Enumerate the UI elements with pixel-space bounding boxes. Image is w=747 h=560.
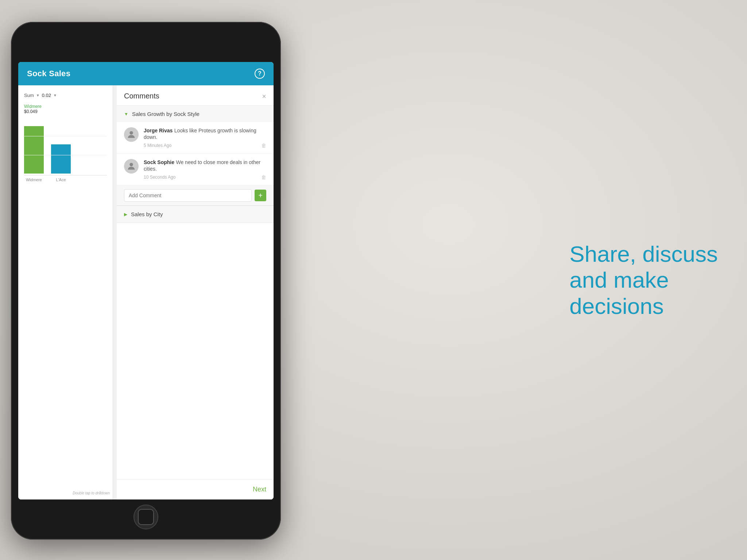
comment-item-2: Sock Sophie We need to close more deals … xyxy=(117,154,274,186)
avatar-figure-jorge xyxy=(124,127,139,142)
comment-item-1: Jorge Rivas Looks like Proteus growth is… xyxy=(117,122,274,154)
chart-legend: Widmere $0.049 xyxy=(24,104,107,114)
comment-author-2: Sock Sophie xyxy=(144,159,174,165)
avatar-sophie xyxy=(124,159,139,174)
section-sales-city-header[interactable]: ▶ Sales by City xyxy=(117,206,274,223)
chart-sum-down-arrow: ▼ xyxy=(36,93,40,97)
comment-meta-2: 10 Seconds Ago 🗑 xyxy=(144,174,266,180)
comments-header: Comments × xyxy=(117,85,274,106)
promo-line2: and make xyxy=(569,267,718,293)
delete-icon-1[interactable]: 🗑 xyxy=(261,143,266,148)
section-sales-city-title: Sales by City xyxy=(131,211,163,217)
bar-blue xyxy=(51,144,71,174)
comment-meta-1: 5 Minutes Ago 🗑 xyxy=(144,143,266,148)
svg-point-1 xyxy=(129,163,133,166)
chart-x-labels: Widmere L'Ace xyxy=(24,178,107,182)
comment-author-1: Jorge Rivas xyxy=(144,128,173,133)
promo-text: Share, discuss and make decisions xyxy=(569,241,718,319)
chart-sum-down-arrow2: ▼ xyxy=(53,93,57,97)
add-comment-button[interactable]: + xyxy=(255,190,266,201)
chart-sum-label: Sum xyxy=(24,93,34,98)
comment-text-2: Sock Sophie We need to close more deals … xyxy=(144,159,266,172)
chart-sum-row: Sum ▼ 0.02 ▼ xyxy=(24,93,107,98)
home-button[interactable] xyxy=(133,505,158,529)
comments-footer: Next xyxy=(117,479,274,499)
promo-line1: Share, discuss xyxy=(569,241,718,267)
app-header: Sock Sales ? xyxy=(18,62,274,85)
section-sales-growth-title: Sales Growth by Sock Style xyxy=(132,111,200,117)
person-icon xyxy=(126,129,136,140)
section-arrow-right: ▶ xyxy=(124,212,127,217)
x-label-widmere: Widmere xyxy=(24,178,44,182)
comment-time-1: 5 Minutes Ago xyxy=(144,143,171,148)
x-label-lace: L'Ace xyxy=(51,178,71,182)
comments-title: Comments xyxy=(124,92,159,100)
svg-point-0 xyxy=(129,131,133,135)
chart-panel: Sum ▼ 0.02 ▼ Widmere $0.049 Widmere L'Ac… xyxy=(18,85,113,499)
comment-body-1: Jorge Rivas Looks like Proteus growth is… xyxy=(144,127,266,148)
person-icon-2 xyxy=(126,161,136,171)
legend-value: $0.049 xyxy=(24,109,107,114)
comments-list: Jorge Rivas Looks like Proteus growth is… xyxy=(117,122,274,186)
app-title: Sock Sales xyxy=(27,69,70,78)
home-button-inner xyxy=(138,509,154,525)
add-comment-row: + xyxy=(117,186,274,206)
section-arrow-down: ▼ xyxy=(124,112,128,117)
chart-hint: Double tap to drilldown xyxy=(73,491,110,495)
avatar-jorge xyxy=(124,127,139,142)
avatar-figure-sophie xyxy=(124,159,139,174)
section-sales-growth: ▼ Sales Growth by Sock Style xyxy=(117,106,274,206)
chart-sum-value: 0.02 xyxy=(42,93,51,98)
section-sales-growth-header[interactable]: ▼ Sales Growth by Sock Style xyxy=(117,106,274,122)
comment-time-2: 10 Seconds Ago xyxy=(144,175,175,180)
help-icon[interactable]: ? xyxy=(255,69,265,79)
comment-text-1: Jorge Rivas Looks like Proteus growth is… xyxy=(144,127,266,140)
comments-panel: Comments × ▼ Sales Growth by Sock Style xyxy=(117,85,274,499)
promo-line3: decisions xyxy=(569,293,718,319)
comment-body-2: Sock Sophie We need to close more deals … xyxy=(144,159,266,180)
tablet-screen: Sock Sales ? Sum ▼ 0.02 ▼ Widmere $0.049… xyxy=(18,62,274,499)
close-icon[interactable]: × xyxy=(262,93,266,100)
next-button[interactable]: Next xyxy=(253,486,266,493)
add-comment-input[interactable] xyxy=(124,189,252,202)
delete-icon-2[interactable]: 🗑 xyxy=(261,174,266,180)
tablet-device: Sock Sales ? Sum ▼ 0.02 ▼ Widmere $0.049… xyxy=(11,22,281,540)
legend-label: Widmere xyxy=(24,104,107,109)
bar-green xyxy=(24,126,44,174)
chart-bars xyxy=(24,117,107,175)
